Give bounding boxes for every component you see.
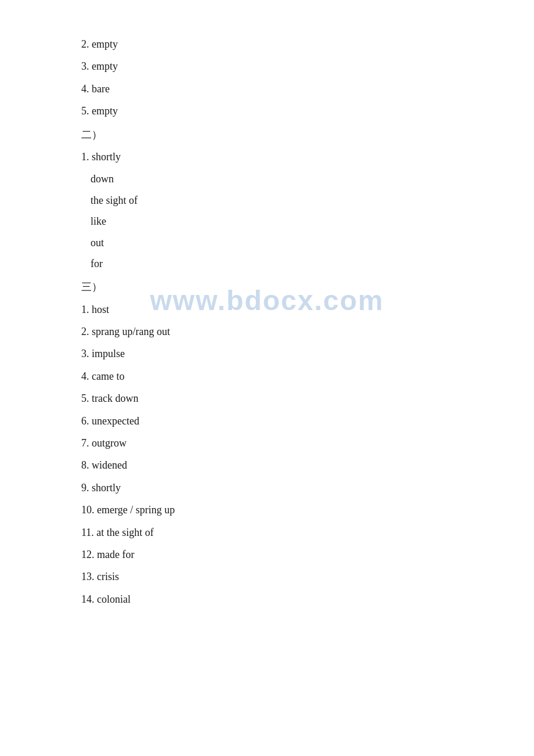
item-num: 12. <box>81 549 97 560</box>
item-text: sprang up/rang out <box>92 326 170 337</box>
item-text: empty <box>92 38 118 50</box>
list-item: 5. empty <box>81 102 453 120</box>
item-text: empty <box>92 60 118 72</box>
item-text: crisis <box>97 571 119 582</box>
item-text: shortly <box>92 151 121 163</box>
item-text: unexpected <box>92 415 139 427</box>
item-num: 13. <box>81 571 97 582</box>
item-num: 3. <box>81 348 92 359</box>
item-num: 14. <box>81 593 97 605</box>
list-item: 1. host <box>81 300 453 319</box>
item-text: bare <box>92 83 110 95</box>
list-item: 3. impulse <box>81 344 453 363</box>
page-container: 2. empty 3. empty 4. bare 5. empty 二） 1.… <box>0 0 534 647</box>
item-num: 11. <box>81 527 96 538</box>
indent-item: out <box>81 233 453 252</box>
section3-label: 三） <box>81 278 453 296</box>
list-item: 6. unexpected <box>81 412 453 430</box>
item-text: at the sight of <box>96 527 153 538</box>
item-text: track down <box>92 393 138 404</box>
item-text: impulse <box>92 348 125 359</box>
indent-item: for <box>81 254 453 273</box>
list-item: 4. bare <box>81 80 453 98</box>
indent-item: the sight of <box>81 191 453 210</box>
item-text: widened <box>92 459 127 471</box>
item-num: 2. <box>81 326 92 337</box>
item-num: 10. <box>81 504 97 516</box>
item-num: 4. <box>81 83 92 95</box>
item-num: 1. <box>81 151 92 163</box>
item-num: 3. <box>81 60 92 72</box>
item-num: 9. <box>81 482 92 494</box>
item-text: empty <box>92 105 118 117</box>
item-text: out <box>91 237 104 249</box>
list-item: 3. empty <box>81 57 453 75</box>
item-text: shortly <box>92 482 121 494</box>
item-num: 1. <box>81 304 92 315</box>
list-item: 1. shortly <box>81 147 453 166</box>
list-item: 10. emerge / spring up <box>81 501 453 519</box>
indent-item: like <box>81 212 453 231</box>
item-num: 7. <box>81 437 92 449</box>
list-item: 2. sprang up/rang out <box>81 322 453 341</box>
list-item: 11. at the sight of <box>81 523 453 542</box>
item-num: 5. <box>81 393 92 404</box>
list-item: 14. colonial <box>81 590 453 609</box>
item-text: the sight of <box>91 195 138 206</box>
list-item: 7. outgrow <box>81 434 453 452</box>
item-num: 6. <box>81 415 92 427</box>
item-num: 5. <box>81 105 92 117</box>
list-item: 8. widened <box>81 456 453 474</box>
item-text: outgrow <box>92 437 127 449</box>
item-num: 4. <box>81 370 92 382</box>
item-text: made for <box>97 549 134 560</box>
item-text: host <box>92 304 109 315</box>
item-num: 8. <box>81 459 92 471</box>
list-item: 2. empty <box>81 35 453 53</box>
list-item: 9. shortly <box>81 478 453 497</box>
indent-item: down <box>81 170 453 188</box>
list-item: 4. came to <box>81 367 453 386</box>
list-item: 12. made for <box>81 545 453 564</box>
item-text: for <box>91 258 103 269</box>
item-text: like <box>91 215 106 227</box>
item-num: 2. <box>81 38 92 50</box>
list-item: 5. track down <box>81 389 453 408</box>
list-item: 13. crisis <box>81 567 453 586</box>
item-text: down <box>91 173 114 185</box>
item-text: emerge / spring up <box>97 504 175 516</box>
item-text: colonial <box>97 593 131 605</box>
item-text: came to <box>92 370 124 382</box>
section2-label: 二） <box>81 125 453 144</box>
